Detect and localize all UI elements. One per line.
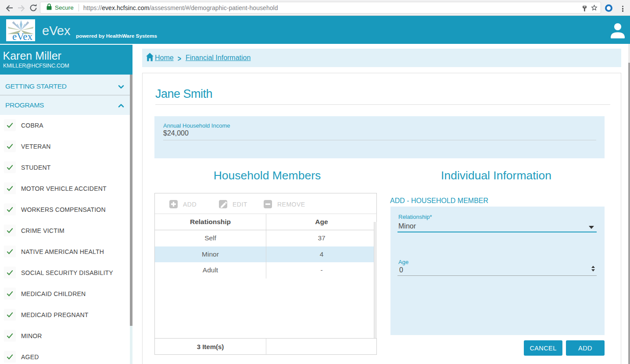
check-icon <box>7 206 13 214</box>
sidebar-item-label: MEDICAID CHILDREN <box>21 290 86 297</box>
chevron-up-icon <box>118 103 123 109</box>
sidebar-item-social-security-disability[interactable]: SOCIAL SECURITY DISABILITY <box>0 262 130 283</box>
column-header-age[interactable]: Age <box>266 214 377 230</box>
sidebar-item-aged[interactable]: AGED <box>0 346 130 364</box>
cell-relationship: Self <box>155 230 266 246</box>
sidebar-item-crime-victim[interactable]: CRIME VICTIM <box>0 220 130 241</box>
sidebar-item-medicaid-children[interactable]: MEDICAID CHILDREN <box>0 283 130 304</box>
cell-age: 37 <box>266 230 377 246</box>
check-icon <box>7 164 13 172</box>
logo-text: eVex <box>12 31 32 41</box>
check-icon <box>7 311 13 319</box>
sidebar-item-label: CRIME VICTIM <box>21 227 64 234</box>
check-icon <box>7 353 13 361</box>
sidebar-item-native-american-health[interactable]: NATIVE AMERICAN HEALTH <box>0 241 130 262</box>
table-row[interactable]: Minor4 <box>155 246 374 263</box>
age-spinner[interactable] <box>591 266 595 271</box>
column-header-relationship[interactable]: Relationship <box>155 214 266 230</box>
sidebar-item-label: MEDICAID PREGNANT <box>21 311 89 318</box>
breadcrumb-separator: > <box>178 54 181 63</box>
omnibox-separator <box>79 4 79 11</box>
relationship-dropdown[interactable]: Minor <box>398 222 416 230</box>
individual-form-panel: Relationship* Minor Age 0 <box>390 207 605 335</box>
check-icon <box>7 290 13 298</box>
add-button[interactable]: ADD <box>566 340 605 356</box>
password-key-icon[interactable] <box>583 5 587 13</box>
table-row[interactable]: Self37 <box>155 230 374 246</box>
relationship-label: Relationship* <box>398 214 432 220</box>
chrome-menu-icon[interactable] <box>622 6 624 13</box>
sidebar-item-label: COBRA <box>21 122 43 129</box>
relationship-underline <box>397 232 597 232</box>
income-input[interactable]: $24,000 <box>163 129 189 137</box>
cancel-button[interactable]: CANCEL <box>524 340 562 356</box>
title-divider <box>155 104 610 105</box>
sidebar-item-veteran[interactable]: VETERAN <box>0 136 130 157</box>
remove-label: REMOVE <box>277 201 305 208</box>
sidebar-item-label: AGED <box>21 353 39 360</box>
reload-button[interactable] <box>27 2 39 14</box>
back-button[interactable] <box>3 2 15 14</box>
program-list: COBRAVETERANSTUDENTMOTOR VEHICLE ACCIDEN… <box>0 115 130 364</box>
sidebar-section-programs[interactable]: PROGRAMS <box>0 96 130 115</box>
sidebar-user-block: Karen Miller KMILLER@HCFSINC.COM <box>0 45 132 75</box>
spinner-down-icon[interactable] <box>591 269 595 271</box>
form-heading: ADD - HOUSEHOLD MEMBER <box>390 197 488 205</box>
powered-by-text: powered by HealthWare Systems <box>76 33 157 39</box>
grid-toolbar: ADD EDIT REMOVE <box>155 193 377 214</box>
home-icon[interactable] <box>146 53 154 63</box>
section-label: PROGRAMS <box>5 101 44 109</box>
breadcrumb-current-link[interactable]: Financial Information <box>186 54 251 62</box>
grid-footer-spacer <box>266 339 377 355</box>
sidebar-item-workers-compensation[interactable]: WORKERS COMPENSATION <box>0 199 130 220</box>
cell-relationship: Minor <box>155 246 266 263</box>
address-bar[interactable]: Secure https://evex.hcfsinc.com/assessme… <box>40 2 601 14</box>
check-icon <box>7 227 13 235</box>
check-icon <box>7 122 13 130</box>
check-icon <box>7 143 13 151</box>
account-person-icon[interactable] <box>610 22 625 41</box>
main-scrollbar-thumb[interactable] <box>628 63 630 364</box>
bookmark-star-icon[interactable] <box>591 4 598 13</box>
secure-label: Secure <box>55 4 74 11</box>
browser-toolbar: Secure https://evex.hcfsinc.com/assessme… <box>0 0 630 16</box>
sidebar-item-label: MOTOR VEHICLE ACCIDENT <box>21 185 107 192</box>
brand-name: eVex <box>42 24 71 38</box>
user-email: KMILLER@HCFSINC.COM <box>3 63 69 69</box>
sidebar-item-label: VETERAN <box>21 143 51 150</box>
check-icon <box>7 332 13 340</box>
sidebar-item-medicaid-pregnant[interactable]: MEDICAID PREGNANT <box>0 304 130 325</box>
remove-minus-icon <box>264 200 272 208</box>
grid-add-button[interactable]: ADD <box>169 200 197 208</box>
sidebar-item-label: SOCIAL SECURITY DISABILITY <box>21 269 113 276</box>
household-members-title: Household Members <box>154 169 377 182</box>
cell-relationship: Adult <box>155 262 266 278</box>
sidebar-item-cobra[interactable]: COBRA <box>0 115 130 136</box>
grid-edit-button[interactable]: EDIT <box>219 200 247 208</box>
check-icon <box>7 248 13 256</box>
sidebar-scrollbar-thumb[interactable] <box>130 75 132 326</box>
forward-button[interactable] <box>15 2 28 14</box>
age-input[interactable]: 0 <box>399 266 403 274</box>
age-label: Age <box>398 259 408 265</box>
individual-information-title: Individual Information <box>389 169 603 182</box>
table-row[interactable]: Adult- <box>155 262 374 278</box>
sidebar-item-minor[interactable]: MINOR <box>0 325 130 346</box>
spinner-up-icon[interactable] <box>591 266 595 268</box>
grid-scrollbar[interactable] <box>374 222 377 339</box>
sidebar: Karen Miller KMILLER@HCFSINC.COM GETTING… <box>0 45 132 364</box>
sidebar-item-label: MINOR <box>21 332 42 339</box>
add-label: ADD <box>183 201 197 208</box>
dropdown-arrow-icon[interactable] <box>589 226 594 229</box>
chrome-profile-avatar[interactable] <box>605 4 612 12</box>
grid-remove-button[interactable]: REMOVE <box>264 200 305 208</box>
cell-age: - <box>266 262 377 278</box>
sidebar-item-student[interactable]: STUDENT <box>0 157 130 178</box>
sidebar-item-label: NATIVE AMERICAN HEALTH <box>21 248 104 255</box>
section-label: GETTING STARTED <box>5 82 67 90</box>
sidebar-section-getting-started[interactable]: GETTING STARTED <box>0 75 130 95</box>
evex-logo: eVex <box>6 19 35 41</box>
breadcrumb-home-link[interactable]: Home <box>155 54 174 62</box>
check-icon <box>7 185 13 193</box>
sidebar-item-motor-vehicle-accident[interactable]: MOTOR VEHICLE ACCIDENT <box>0 178 130 199</box>
